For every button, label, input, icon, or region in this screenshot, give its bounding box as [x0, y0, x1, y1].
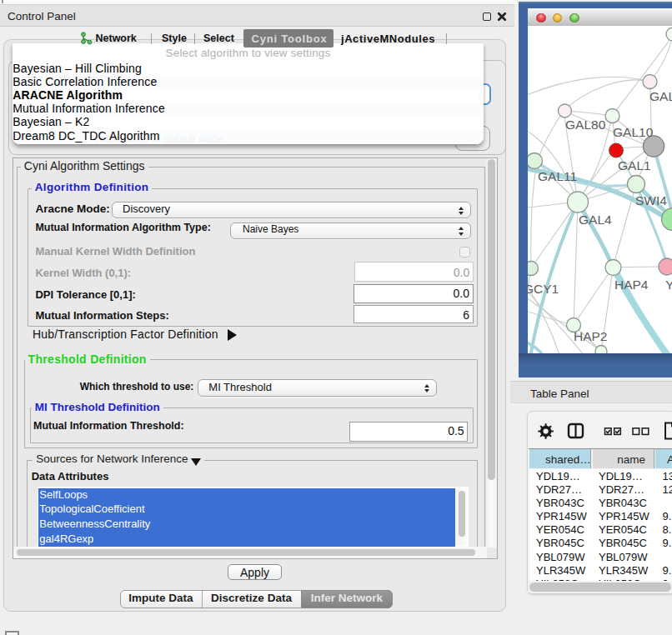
svg-text:HAP4: HAP4 [614, 278, 649, 292]
svg-text:SWI4: SWI4 [635, 193, 667, 208]
svg-text:GAL4: GAL4 [579, 212, 612, 227]
svg-text:GAL1: GAL1 [618, 158, 651, 172]
svg-text:GCY1: GCY1 [528, 282, 559, 296]
svg-text:GAL2: GAL2 [649, 89, 672, 103]
svg-text:GAL10: GAL10 [613, 125, 654, 139]
svg-text:GAL11: GAL11 [538, 169, 577, 183]
svg-text:GAL80: GAL80 [565, 118, 606, 132]
svg-text:YM: YM [665, 278, 672, 292]
svg-text:HAP2: HAP2 [574, 329, 608, 343]
